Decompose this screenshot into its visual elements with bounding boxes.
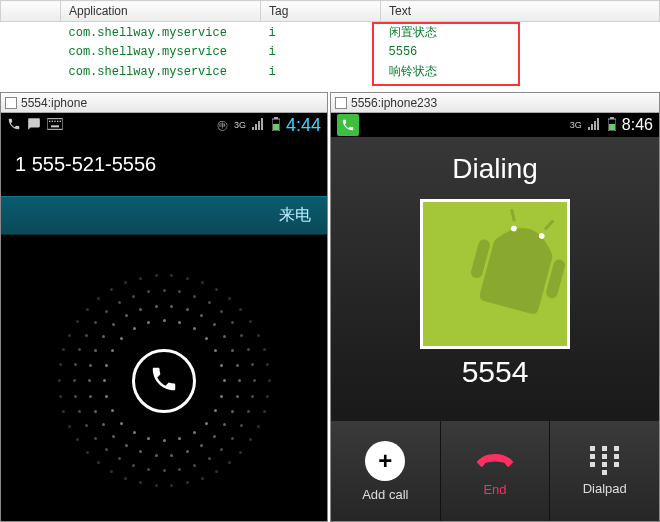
clock: 4:44 bbox=[286, 115, 321, 136]
emulator-5554: 5554:iphone ㊥ 3G 4:44 1 555-521-5556 来电 bbox=[0, 92, 328, 522]
signal-icon bbox=[588, 118, 602, 132]
log-tag: i bbox=[261, 43, 381, 61]
answer-handle[interactable] bbox=[132, 349, 196, 413]
dialpad-label: Dialpad bbox=[583, 481, 627, 496]
log-app: com.shellway.myservice bbox=[61, 43, 261, 61]
svg-rect-2 bbox=[52, 121, 53, 122]
status-bar: ㊥ 3G 4:44 bbox=[1, 113, 327, 137]
log-text: 闲置状态 bbox=[381, 22, 660, 44]
battery-icon bbox=[608, 117, 616, 133]
log-table: Application Tag Text com.shellway.myserv… bbox=[0, 0, 660, 82]
net-icon: 3G bbox=[234, 120, 246, 130]
log-text: 5556 bbox=[381, 43, 660, 61]
svg-rect-6 bbox=[51, 125, 59, 127]
contact-avatar bbox=[420, 199, 570, 349]
window-icon bbox=[335, 97, 347, 109]
log-app: com.shellway.myservice bbox=[61, 61, 261, 82]
log-row[interactable]: com.shellway.myservice i 5556 bbox=[1, 43, 660, 61]
status-bar: 3G 8:46 bbox=[331, 113, 659, 137]
signal-icon bbox=[252, 118, 266, 132]
svg-rect-3 bbox=[54, 121, 55, 122]
dialpad-icon bbox=[587, 447, 623, 475]
svg-rect-8 bbox=[274, 117, 278, 119]
call-active-icon bbox=[337, 114, 359, 136]
log-col-tag[interactable]: Tag bbox=[261, 1, 381, 22]
svg-rect-9 bbox=[273, 124, 279, 130]
incoming-call-ring[interactable] bbox=[1, 235, 327, 495]
svg-rect-0 bbox=[47, 119, 63, 130]
phone-icon bbox=[149, 364, 179, 398]
dialing-label: Dialing bbox=[331, 153, 659, 185]
lang-icon: ㊥ bbox=[217, 118, 228, 133]
in-call-action-bar: + Add call End Dialpad bbox=[331, 421, 659, 521]
log-app: com.shellway.myservice bbox=[61, 22, 261, 44]
caller-number: 1 555-521-5556 bbox=[1, 137, 327, 196]
battery-icon bbox=[272, 117, 280, 133]
log-text: 响铃状态 bbox=[381, 61, 660, 82]
end-call-icon bbox=[475, 445, 515, 476]
keyboard-icon bbox=[47, 118, 63, 132]
emulator-title-text: 5556:iphone233 bbox=[351, 96, 437, 110]
emulator-5556: 5556:iphone233 3G 8:46 Dialing bbox=[330, 92, 660, 522]
android-icon bbox=[423, 199, 567, 349]
log-col-application[interactable]: Application bbox=[61, 1, 261, 22]
incoming-label: 来电 bbox=[1, 196, 327, 235]
log-col-text[interactable]: Text bbox=[381, 1, 660, 22]
chat-icon bbox=[27, 117, 41, 133]
log-row[interactable]: com.shellway.myservice i 闲置状态 bbox=[1, 22, 660, 44]
emulator-titlebar[interactable]: 5556:iphone233 bbox=[331, 93, 659, 113]
log-col-blank[interactable] bbox=[1, 1, 61, 22]
clock: 8:46 bbox=[622, 116, 653, 134]
svg-rect-5 bbox=[60, 121, 61, 122]
svg-rect-1 bbox=[49, 121, 50, 122]
plus-icon: + bbox=[365, 441, 405, 481]
svg-rect-4 bbox=[57, 121, 58, 122]
svg-rect-11 bbox=[610, 117, 614, 119]
add-call-button[interactable]: + Add call bbox=[331, 421, 441, 521]
log-tag: i bbox=[261, 61, 381, 82]
log-row[interactable]: com.shellway.myservice i 响铃状态 bbox=[1, 61, 660, 82]
emulator-title-text: 5554:iphone bbox=[21, 96, 87, 110]
emulator-titlebar[interactable]: 5554:iphone bbox=[1, 93, 327, 113]
end-call-button[interactable]: End bbox=[441, 421, 551, 521]
phone-icon bbox=[7, 117, 21, 133]
window-icon bbox=[5, 97, 17, 109]
dialpad-button[interactable]: Dialpad bbox=[550, 421, 659, 521]
net-icon: 3G bbox=[570, 120, 582, 130]
end-call-label: End bbox=[483, 482, 506, 497]
svg-rect-12 bbox=[609, 124, 615, 130]
dialed-number: 5554 bbox=[331, 355, 659, 389]
log-tag: i bbox=[261, 22, 381, 44]
add-call-label: Add call bbox=[362, 487, 408, 502]
